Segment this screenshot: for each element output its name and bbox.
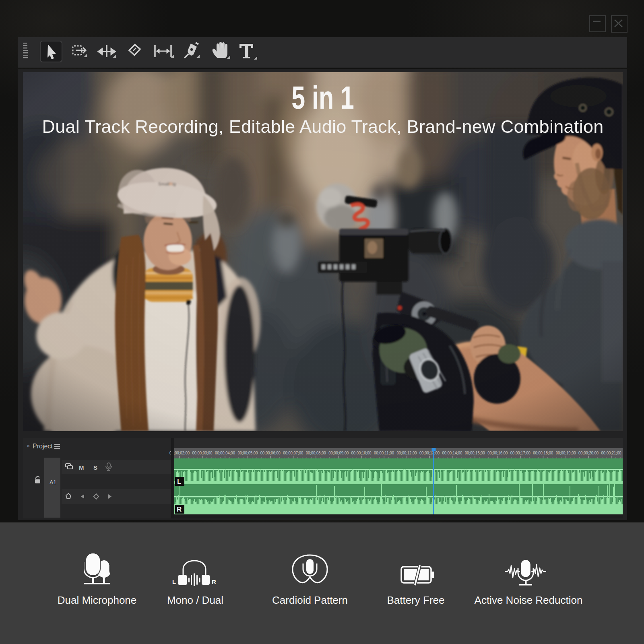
svg-text:00;00;13;00: 00;00;13;00	[419, 450, 440, 455]
svg-text:×: ×	[27, 442, 30, 449]
svg-text:00;00;14;00: 00;00;14;00	[442, 450, 462, 455]
svg-text:00;00;16;00: 00;00;16;00	[487, 450, 508, 455]
svg-text:00;00;09;00: 00;00;09;00	[328, 450, 349, 455]
svg-text:00;00;19;00: 00;00;19;00	[556, 450, 576, 455]
svg-text:R: R	[212, 578, 216, 585]
svg-text:S: S	[93, 464, 97, 471]
svg-text:00;00;20;00: 00;00;20;00	[578, 450, 599, 455]
svg-text:M: M	[79, 464, 84, 471]
svg-text:00;00;08;00: 00;00;08;00	[306, 450, 326, 455]
svg-text:A1: A1	[50, 479, 56, 485]
svg-text:00;00;07;00: 00;00;07;00	[283, 450, 303, 455]
svg-text:00;00;03;00: 00;00;03;00	[192, 450, 212, 455]
svg-text:00;00;06;00: 00;00;06;00	[260, 450, 281, 455]
svg-text:00;00;04;00: 00;00;04;00	[215, 450, 235, 455]
svg-text:00;00;21;00: 00;00;21;00	[601, 450, 621, 455]
svg-text:00;00;11;00: 00;00;11;00	[374, 450, 394, 455]
svg-text:00;00;18;00: 00;00;18;00	[533, 450, 553, 455]
svg-text:00;00;12;00: 00;00;12;00	[397, 450, 417, 455]
svg-text:R: R	[177, 506, 182, 513]
svg-text:L: L	[177, 478, 181, 485]
svg-text:00;00;05;00: 00;00;05;00	[237, 450, 258, 455]
svg-text:00;00;10;00: 00;00;10;00	[351, 450, 372, 455]
svg-text:00;00;17;00: 00;00;17;00	[510, 450, 530, 455]
svg-text:L: L	[172, 578, 176, 585]
svg-text:00;00;15;00: 00;00;15;00	[465, 450, 485, 455]
svg-text:Project: Project	[33, 443, 53, 450]
